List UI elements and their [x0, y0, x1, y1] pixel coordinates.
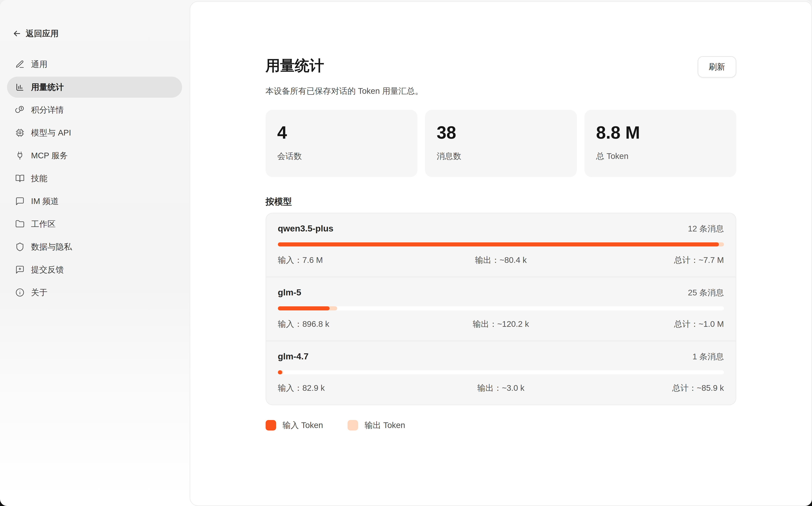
model-message-count: 25 条消息	[688, 287, 724, 298]
input-token-bar	[278, 306, 329, 311]
shield-icon	[15, 242, 24, 252]
cpu-icon	[15, 128, 24, 138]
sidebar-item-label: 用量统计	[31, 82, 64, 93]
arrow-left-icon	[12, 29, 22, 38]
stat-value: 4	[277, 122, 406, 143]
stat-value: 38	[437, 122, 565, 143]
sidebar-item-models-api[interactable]: 模型与 API	[7, 122, 182, 143]
sidebar-item-label: IM 频道	[31, 196, 59, 207]
stat-value: 8.8 M	[596, 122, 725, 143]
sidebar-item-label: 通用	[31, 59, 48, 70]
legend-item-input-token: 输入 Token	[266, 420, 323, 431]
model-usage-bar	[278, 306, 724, 311]
model-usage-bar	[278, 242, 724, 246]
coins-icon	[15, 105, 24, 115]
model-row: glm-4.71 条消息输入：82.9 k输出：~3.0 k总计：~85.9 k	[266, 341, 736, 405]
sidebar-item-label: 数据与隐私	[31, 241, 72, 252]
page-title: 用量统计	[266, 56, 324, 75]
sidebar-item-workspace[interactable]: 工作区	[7, 214, 182, 235]
sidebar-item-feedback[interactable]: 提交反馈	[7, 259, 182, 280]
output-token-swatch	[348, 420, 358, 431]
legend-label: 输出 Token	[365, 420, 405, 431]
model-name: qwen3.5-plus	[278, 224, 334, 234]
sidebar-item-label: 关于	[31, 287, 48, 298]
stat-label: 会话数	[277, 151, 406, 162]
model-message-count: 12 条消息	[688, 223, 724, 234]
sidebar-item-skills[interactable]: 技能	[7, 168, 182, 189]
sidebar-item-general[interactable]: 通用	[7, 54, 182, 75]
main-panel: 用量统计 刷新 本设备所有已保存对话的 Token 用量汇总。 4会话数38消息…	[190, 1, 812, 506]
model-total-tokens: 总计：~85.9 k	[575, 383, 724, 394]
legend-item-output-token: 输出 Token	[348, 420, 405, 431]
legend-label: 输入 Token	[283, 420, 323, 431]
book-open-icon	[15, 174, 24, 183]
model-name: glm-4.7	[278, 351, 309, 361]
sidebar-item-label: MCP 服务	[31, 150, 68, 161]
sidebar-item-about[interactable]: 关于	[7, 282, 182, 303]
info-icon	[15, 288, 24, 297]
back-to-app-label: 返回应用	[26, 28, 59, 39]
sidebar-nav: 通用用量统计积分详情模型与 APIMCP 服务技能IM 频道工作区数据与隐私提交…	[7, 54, 182, 305]
sidebar-item-label: 提交反馈	[31, 264, 64, 275]
model-name: glm-5	[278, 287, 301, 298]
sidebar-item-label: 积分详情	[31, 104, 64, 115]
message-square-icon	[15, 196, 24, 206]
pen-icon	[15, 60, 24, 69]
model-total-tokens: 总计：~1.0 M	[575, 319, 724, 330]
by-model-title: 按模型	[266, 196, 736, 207]
model-output-tokens: 输出：~80.4 k	[427, 255, 575, 266]
sidebar-item-im-channels[interactable]: IM 频道	[7, 191, 182, 212]
model-input-tokens: 输入：82.9 k	[278, 383, 427, 394]
stat-card: 8.8 M总 Token	[584, 110, 736, 177]
stat-cards: 4会话数38消息数8.8 M总 Token	[266, 110, 736, 177]
model-output-tokens: 输出：~3.0 k	[427, 383, 575, 394]
model-row: glm-525 条消息输入：896.8 k输出：~120.2 k总计：~1.0 …	[266, 277, 736, 341]
model-input-tokens: 输入：896.8 k	[278, 319, 427, 330]
sidebar-item-credits[interactable]: 积分详情	[7, 99, 182, 120]
sidebar-item-label: 模型与 API	[31, 127, 71, 138]
back-to-app-button[interactable]: 返回应用	[12, 28, 59, 39]
stat-card: 4会话数	[266, 110, 418, 177]
model-usage-card: qwen3.5-plus12 条消息输入：7.6 M输出：~80.4 k总计：~…	[266, 213, 736, 405]
model-row: qwen3.5-plus12 条消息输入：7.6 M输出：~80.4 k总计：~…	[266, 213, 736, 277]
settings-window: 返回应用 通用用量统计积分详情模型与 APIMCP 服务技能IM 频道工作区数据…	[0, 0, 812, 506]
legend: 输入 Token输出 Token	[266, 420, 736, 431]
sidebar-item-label: 技能	[31, 173, 48, 184]
sidebar-item-usage-stats[interactable]: 用量统计	[7, 77, 182, 98]
message-square-plus-icon	[15, 265, 24, 274]
refresh-button[interactable]: 刷新	[697, 56, 736, 78]
stat-card: 38消息数	[425, 110, 577, 177]
sidebar-item-label: 工作区	[31, 219, 56, 230]
input-token-swatch	[266, 420, 276, 431]
input-token-bar	[278, 370, 282, 374]
plug-icon	[15, 151, 24, 160]
model-input-tokens: 输入：7.6 M	[278, 255, 427, 266]
model-message-count: 1 条消息	[692, 351, 724, 362]
sidebar-item-data-privacy[interactable]: 数据与隐私	[7, 236, 182, 257]
folder-icon	[15, 219, 24, 229]
model-usage-bar	[278, 370, 724, 374]
model-output-tokens: 输出：~120.2 k	[427, 319, 575, 330]
bar-chart-icon	[15, 82, 24, 92]
sidebar-item-mcp-services[interactable]: MCP 服务	[7, 145, 182, 166]
stat-label: 总 Token	[596, 151, 725, 162]
model-total-tokens: 总计：~7.7 M	[575, 255, 724, 266]
input-token-bar	[278, 242, 719, 246]
stat-label: 消息数	[437, 151, 565, 162]
page-subtitle: 本设备所有已保存对话的 Token 用量汇总。	[266, 85, 736, 97]
